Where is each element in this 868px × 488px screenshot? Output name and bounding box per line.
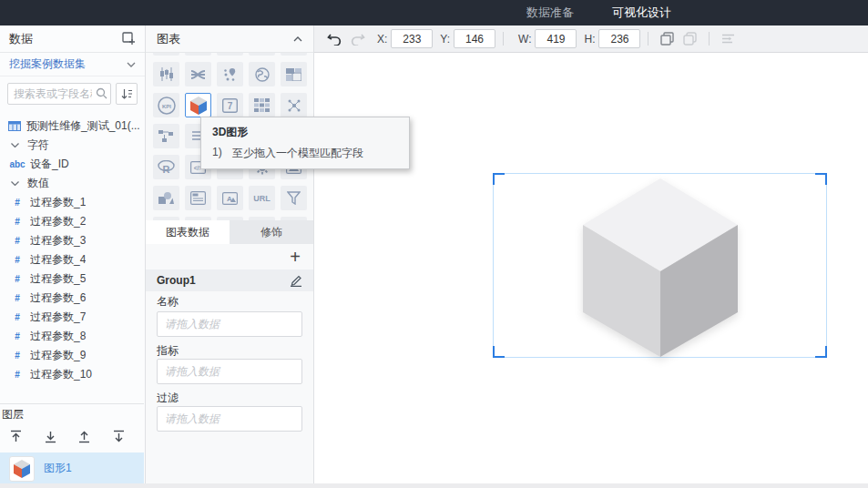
chart-icon-partial[interactable] bbox=[185, 53, 211, 56]
selection-handle-top-right[interactable] bbox=[815, 173, 827, 185]
number-type-icon: # bbox=[9, 274, 26, 284]
image-text-icon[interactable]: A bbox=[217, 186, 243, 210]
x-input[interactable] bbox=[391, 29, 433, 48]
dataset-name: 挖掘案例数据集 bbox=[9, 56, 86, 72]
copy-icon[interactable] bbox=[660, 32, 674, 46]
table-matrix-icon[interactable] bbox=[249, 93, 275, 117]
number-type-icon: # bbox=[9, 370, 26, 380]
undo-icon[interactable] bbox=[327, 33, 342, 46]
field-label: 过程参数_4 bbox=[30, 252, 86, 268]
field-label: 过程参数_1 bbox=[30, 195, 86, 210]
world-map-icon[interactable] bbox=[249, 62, 275, 86]
tab-chart-data[interactable]: 图表数据 bbox=[146, 220, 230, 244]
move-down-icon[interactable] bbox=[112, 430, 126, 443]
field-label-filter: 过滤 bbox=[157, 390, 179, 406]
move-up-icon[interactable] bbox=[77, 430, 91, 443]
tab-visual-design[interactable]: 可视化设计 bbox=[612, 0, 671, 25]
group-name: Group1 bbox=[157, 274, 196, 287]
chevron-down-icon[interactable] bbox=[127, 62, 136, 67]
tree-field-param-1[interactable]: #过程参数_1 bbox=[0, 193, 144, 212]
cube-3d-shape[interactable] bbox=[583, 178, 738, 357]
drop-zone-filter[interactable] bbox=[157, 406, 302, 432]
relation-graph-icon[interactable] bbox=[281, 93, 307, 117]
divider bbox=[503, 32, 504, 46]
send-to-back-icon[interactable] bbox=[44, 430, 57, 443]
divider bbox=[648, 32, 648, 46]
work-area: X: Y: W: H: bbox=[314, 25, 868, 483]
tooltip-item-number: 1) bbox=[212, 146, 232, 161]
drop-zone-metric[interactable] bbox=[157, 359, 302, 384]
kpi-card-icon[interactable]: KPI bbox=[153, 93, 179, 117]
edit-group-icon[interactable] bbox=[290, 275, 302, 287]
y-input[interactable] bbox=[454, 29, 495, 48]
tree-field-param-3[interactable]: #过程参数_3 bbox=[0, 231, 144, 250]
tree-field-device-id[interactable]: abc 设备_ID bbox=[0, 155, 144, 174]
bring-to-front-icon[interactable] bbox=[9, 430, 23, 443]
flow-diagram-icon[interactable] bbox=[153, 124, 179, 148]
h-input[interactable] bbox=[598, 29, 640, 48]
align-icon[interactable] bbox=[721, 33, 735, 45]
detail-list-icon[interactable] bbox=[185, 186, 211, 210]
tree-field-param-9[interactable]: #过程参数_9 bbox=[0, 346, 144, 365]
numeric-card-icon[interactable]: 7 bbox=[217, 93, 243, 117]
chart-panel-title: 图表 bbox=[157, 31, 180, 47]
data-panel-title: 数据 bbox=[9, 31, 33, 47]
tree-field-param-10[interactable]: #过程参数_10 bbox=[0, 365, 144, 384]
url-link-icon[interactable]: URL bbox=[249, 186, 275, 210]
chart-config-tabs: 图表数据 修饰 bbox=[146, 220, 313, 244]
layer-item-shape1[interactable]: 图形1 bbox=[0, 452, 144, 484]
tree-group-numeric[interactable]: 数值 bbox=[0, 174, 144, 193]
layer-tools bbox=[0, 422, 126, 443]
add-dataset-icon[interactable] bbox=[122, 32, 136, 46]
drop-zone-name[interactable] bbox=[157, 311, 302, 337]
redo-icon[interactable] bbox=[351, 33, 365, 46]
layer-item-label: 图形1 bbox=[44, 461, 72, 476]
treemap-icon[interactable] bbox=[281, 62, 307, 86]
paste-icon[interactable] bbox=[683, 32, 697, 46]
tab-data-preparation[interactable]: 数据准备 bbox=[526, 0, 574, 25]
field-label-metric: 指标 bbox=[157, 342, 179, 359]
filter-component-icon[interactable] bbox=[281, 186, 307, 210]
field-label: 过程参数_2 bbox=[30, 214, 86, 229]
number-type-icon: # bbox=[9, 293, 26, 303]
string-type-icon: abc bbox=[9, 159, 26, 169]
dataset-selector[interactable]: 挖掘案例数据集 bbox=[0, 53, 145, 76]
selection-handle-top-left[interactable] bbox=[493, 173, 505, 185]
shapes-icon[interactable] bbox=[153, 186, 179, 210]
chart-icon-3d-model[interactable] bbox=[185, 93, 211, 117]
r-script-icon[interactable]: R bbox=[153, 155, 179, 179]
number-type-icon: # bbox=[9, 255, 26, 265]
kpi-text: KPI bbox=[161, 104, 170, 109]
layers-panel: 图层 图形1 bbox=[0, 403, 144, 483]
tree-table-row[interactable]: 预测性维修_测试_01(... bbox=[0, 117, 144, 136]
add-group-button[interactable]: + bbox=[290, 244, 301, 269]
chart-icon-partial[interactable] bbox=[249, 53, 275, 56]
tab-decorate[interactable]: 修饰 bbox=[230, 220, 313, 244]
tree-field-param-7[interactable]: #过程参数_7 bbox=[0, 308, 144, 327]
number-type-icon: # bbox=[9, 236, 26, 246]
chart-icon-partial[interactable] bbox=[153, 53, 179, 56]
tree-field-param-6[interactable]: #过程参数_6 bbox=[0, 289, 144, 308]
chart-icon-partial[interactable] bbox=[281, 53, 307, 56]
collapse-icon[interactable] bbox=[293, 36, 302, 42]
url-text: URL bbox=[253, 194, 271, 203]
table-icon bbox=[7, 121, 22, 131]
kline-chart-icon[interactable] bbox=[153, 62, 179, 86]
tree-field-param-4[interactable]: #过程参数_4 bbox=[0, 250, 144, 269]
selection-handle-bottom-right[interactable] bbox=[815, 346, 827, 358]
tree-field-param-8[interactable]: #过程参数_8 bbox=[0, 327, 144, 346]
chevron-down-icon bbox=[7, 143, 22, 147]
chart-icon-partial[interactable] bbox=[217, 53, 243, 56]
number-type-icon: # bbox=[9, 217, 26, 227]
scatter-map-icon[interactable] bbox=[217, 62, 243, 86]
tree-group-char[interactable]: 字符 bbox=[0, 136, 144, 155]
y-label: Y: bbox=[440, 33, 450, 46]
sort-fields-button[interactable] bbox=[116, 83, 138, 105]
tree-field-param-2[interactable]: #过程参数_2 bbox=[0, 212, 144, 231]
selection-handle-bottom-left[interactable] bbox=[493, 346, 505, 358]
tree-field-param-5[interactable]: #过程参数_5 bbox=[0, 269, 144, 289]
field-label: 过程参数_10 bbox=[30, 367, 92, 382]
w-input[interactable] bbox=[535, 29, 577, 48]
sankey-chart-icon[interactable] bbox=[185, 62, 211, 86]
w-label: W: bbox=[518, 33, 531, 46]
